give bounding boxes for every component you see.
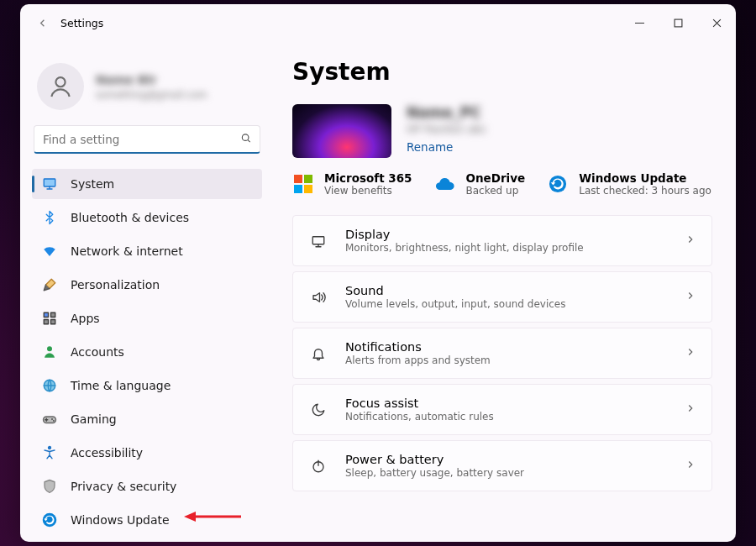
card-title: Power & battery — [345, 453, 668, 466]
bell-icon — [308, 346, 328, 361]
titlebar: Settings — [20, 4, 736, 41]
wifi-icon — [42, 244, 57, 259]
onedrive-icon — [434, 173, 456, 195]
device-name: Name_PC — [407, 104, 486, 121]
card-title: Display — [345, 228, 668, 241]
back-arrow-icon — [36, 17, 49, 29]
window-title: Settings — [60, 17, 103, 29]
sidebar-item-gaming[interactable]: Gaming — [32, 404, 262, 434]
device-meta: Name_PC HP Pavilion abc Rename — [407, 104, 486, 155]
svg-point-8 — [47, 346, 52, 351]
svg-point-2 — [242, 134, 249, 141]
status-sub: View benefits — [324, 185, 412, 197]
status-windows-update[interactable]: Windows Update Last checked: 3 hours ago — [547, 171, 711, 197]
card-power-battery[interactable]: Power & battery Sleep, battery usage, ba… — [292, 440, 712, 491]
status-sub: Last checked: 3 hours ago — [579, 185, 711, 197]
minimize-button[interactable] — [620, 9, 659, 36]
desktop-preview[interactable] — [292, 104, 391, 158]
svg-point-12 — [53, 420, 55, 422]
sidebar-item-windows-update[interactable]: Windows Update — [32, 505, 262, 535]
close-button[interactable] — [697, 9, 736, 36]
update-icon — [42, 512, 57, 528]
sidebar-item-personalization[interactable]: Personalization — [32, 270, 262, 300]
card-text: Display Monitors, brightness, night ligh… — [345, 228, 668, 254]
card-focus-assist[interactable]: Focus assist Notifications, automatic ru… — [292, 384, 712, 435]
sidebar: Name Blr something@gmail.com System Blue… — [20, 41, 272, 542]
sidebar-item-label: Network & internet — [71, 244, 183, 258]
card-text: Focus assist Notifications, automatic ru… — [345, 396, 668, 423]
card-text: Sound Volume levels, output, input, soun… — [345, 284, 668, 310]
sidebar-item-time-language[interactable]: Time & language — [32, 370, 262, 401]
search-icon — [240, 132, 252, 148]
chevron-right-icon — [685, 233, 696, 249]
content[interactable]: System Name_PC HP Pavilion abc Rename Mi… — [272, 41, 736, 542]
sidebar-item-label: Gaming — [71, 412, 117, 426]
card-display[interactable]: Display Monitors, brightness, night ligh… — [292, 215, 712, 266]
account-email: something@gmail.com — [96, 89, 207, 101]
monitor-icon — [42, 176, 57, 192]
search-wrap — [34, 125, 260, 154]
account-text: Name Blr something@gmail.com — [96, 73, 207, 101]
device-model: HP Pavilion abc — [407, 123, 486, 135]
svg-rect-4 — [44, 312, 48, 317]
svg-rect-3 — [44, 179, 55, 186]
card-sound[interactable]: Sound Volume levels, output, input, soun… — [292, 271, 712, 323]
back-button[interactable] — [29, 9, 55, 36]
card-title: Focus assist — [345, 396, 668, 410]
sidebar-item-label: Accounts — [71, 345, 124, 359]
account-block[interactable]: Name Blr something@gmail.com — [32, 50, 262, 125]
rename-link[interactable]: Rename — [407, 140, 453, 154]
accessibility-icon — [42, 445, 57, 460]
sidebar-item-label: Apps — [71, 312, 100, 325]
status-row: Microsoft 365 View benefits OneDrive Bac… — [292, 171, 712, 197]
sidebar-item-accessibility[interactable]: Accessibility — [32, 438, 262, 468]
svg-rect-6 — [44, 320, 48, 324]
power-icon — [308, 459, 328, 474]
svg-point-17 — [549, 176, 566, 192]
status-title: OneDrive — [466, 171, 526, 185]
sidebar-item-accounts[interactable]: Accounts — [32, 337, 262, 367]
sidebar-item-apps[interactable]: Apps — [32, 303, 262, 333]
sidebar-nav: System Bluetooth & devices Network & int… — [32, 169, 262, 535]
card-text: Notifications Alerts from apps and syste… — [345, 340, 668, 366]
sidebar-item-label: System — [71, 177, 114, 191]
sidebar-item-privacy-security[interactable]: Privacy & security — [32, 471, 262, 501]
sound-icon — [308, 290, 328, 305]
chevron-right-icon — [685, 345, 696, 361]
ms365-icon — [292, 173, 314, 195]
bluetooth-icon — [42, 210, 57, 225]
svg-rect-5 — [51, 312, 55, 317]
close-icon — [712, 18, 722, 28]
chevron-right-icon — [685, 289, 696, 305]
search-input[interactable] — [34, 125, 260, 154]
maximize-icon — [674, 18, 683, 28]
status-onedrive[interactable]: OneDrive Backed up — [434, 171, 526, 197]
account-name: Name Blr — [96, 73, 207, 87]
device-row: Name_PC HP Pavilion abc Rename — [292, 104, 712, 158]
settings-window: Settings Name Blr something@gmail.com — [20, 4, 736, 542]
card-notifications[interactable]: Notifications Alerts from apps and syste… — [292, 328, 712, 379]
sidebar-item-label: Personalization — [71, 278, 160, 291]
sidebar-item-label: Bluetooth & devices — [71, 211, 189, 224]
page-title: System — [292, 58, 712, 86]
sidebar-item-bluetooth-devices[interactable]: Bluetooth & devices — [32, 202, 262, 233]
sidebar-item-network-internet[interactable]: Network & internet — [32, 236, 262, 266]
maximize-button[interactable] — [659, 9, 697, 36]
sidebar-item-system[interactable]: System — [32, 169, 262, 199]
sidebar-item-label: Windows Update — [71, 513, 170, 527]
card-text: Power & battery Sleep, battery usage, ba… — [345, 453, 668, 479]
gamepad-icon — [42, 412, 57, 427]
status-title: Windows Update — [579, 171, 711, 185]
shield-icon — [42, 479, 57, 494]
card-title: Sound — [345, 284, 668, 297]
card-sub: Notifications, automatic rules — [345, 411, 668, 423]
svg-point-1 — [55, 77, 65, 87]
sidebar-item-label: Accessibility — [71, 446, 143, 459]
svg-rect-7 — [51, 320, 55, 324]
status-ms365[interactable]: Microsoft 365 View benefits — [292, 171, 412, 197]
svg-point-11 — [51, 418, 53, 420]
person-icon — [47, 73, 74, 100]
minimize-icon — [635, 18, 644, 28]
moon-icon — [308, 402, 328, 417]
status-title: Microsoft 365 — [324, 171, 412, 185]
